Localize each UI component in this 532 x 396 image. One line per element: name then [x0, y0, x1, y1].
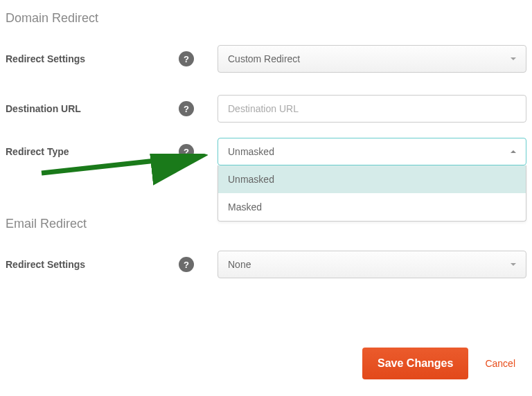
chevron-down-icon	[511, 57, 516, 60]
chevron-down-icon	[511, 263, 516, 266]
redirect-type-option-unmasked[interactable]: Unmasked	[218, 165, 526, 193]
domain-redirect-section: Domain Redirect Redirect Settings ? Cust…	[6, 11, 526, 165]
email-redirect-settings-row: Redirect Settings ? None	[6, 251, 526, 278]
chevron-up-icon	[511, 150, 516, 153]
destination-url-field-wrap	[218, 95, 526, 123]
action-button-row: Save Changes Cancel	[362, 348, 515, 379]
domain-redirect-settings-label: Redirect Settings	[6, 53, 179, 64]
help-icon[interactable]: ?	[179, 144, 194, 159]
redirect-type-select[interactable]: Unmasked	[218, 138, 526, 165]
select-value: Custom Redirect	[228, 53, 300, 64]
destination-url-input[interactable]	[228, 96, 516, 122]
redirect-type-label: Redirect Type	[6, 146, 179, 157]
cancel-button[interactable]: Cancel	[485, 358, 515, 369]
redirect-type-row: Redirect Type ? Unmasked Unmasked Masked	[6, 138, 526, 165]
help-icon[interactable]: ?	[179, 51, 194, 66]
help-icon[interactable]: ?	[179, 101, 194, 116]
destination-url-label: Destination URL	[6, 103, 179, 114]
redirect-type-dropdown: Unmasked Masked	[218, 165, 526, 222]
email-redirect-settings-label: Redirect Settings	[6, 259, 179, 270]
email-redirect-section: Email Redirect Redirect Settings ? None	[6, 217, 526, 278]
select-value: Unmasked	[228, 146, 274, 157]
select-value: None	[228, 259, 251, 270]
help-icon[interactable]: ?	[179, 257, 194, 272]
destination-url-row: Destination URL ?	[6, 95, 526, 123]
save-changes-button[interactable]: Save Changes	[362, 348, 468, 379]
domain-redirect-settings-select[interactable]: Custom Redirect	[218, 45, 526, 73]
domain-section-title: Domain Redirect	[6, 11, 526, 26]
domain-redirect-settings-row: Redirect Settings ? Custom Redirect	[6, 45, 526, 73]
redirect-type-option-masked[interactable]: Masked	[218, 193, 526, 221]
email-redirect-settings-select[interactable]: None	[218, 251, 526, 278]
